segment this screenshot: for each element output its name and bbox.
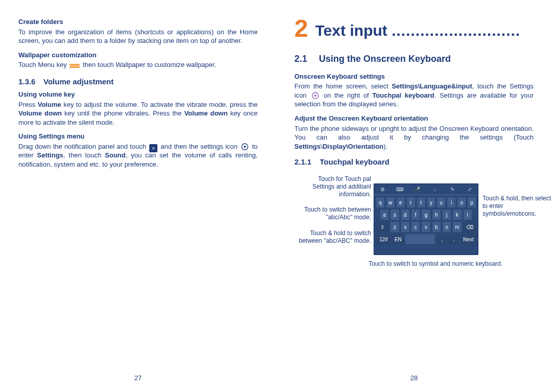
kb-key: r — [406, 197, 416, 208]
section-2-1-1: 2.1.1 Touchpal keyboard — [294, 157, 534, 167]
kb-key: d — [401, 209, 410, 220]
kb-key: k — [452, 209, 462, 220]
text: key until the phone vibrates. Press the — [62, 109, 184, 117]
chapter-heading: 2 Text input ........................... — [294, 16, 534, 41]
bold: Volume down — [18, 109, 62, 117]
kb-key: h — [432, 209, 441, 220]
kb-key: e — [396, 197, 405, 208]
kb-row-2: a s d f g h j k l — [376, 209, 476, 220]
bold: Settings — [294, 143, 320, 150]
bold: Touchpal keyboard — [372, 91, 434, 99]
kb-key: a — [380, 209, 389, 220]
kb-key-numeric: 12# — [376, 234, 392, 245]
text: From the home screen, select — [294, 82, 392, 90]
svg-point-3 — [314, 95, 316, 97]
text: Press — [18, 101, 38, 108]
gear-icon — [311, 91, 319, 100]
paragraph: Turn the phone sideways or upright to ad… — [294, 124, 534, 151]
kb-row-4: 12# EN , . Next — [376, 234, 476, 245]
section-1-3-6: 1.3.6 Volume adjustment — [18, 77, 258, 87]
keyboard-diagram: Touch for Touch pal Settings and additia… — [294, 174, 534, 287]
kb-key: o — [457, 197, 466, 208]
kb-key-period: . — [448, 234, 459, 245]
text: Touch Menu key — [18, 61, 68, 68]
kb-key: l — [463, 209, 472, 220]
toolbar-icon: ⤢ — [461, 183, 478, 195]
paragraph: From the home screen, select Settings\La… — [294, 82, 534, 109]
kb-key: v — [421, 221, 430, 233]
kb-key: y — [427, 197, 436, 208]
kb-key: w — [386, 197, 395, 208]
page-number: 28 — [276, 374, 552, 383]
page-27: Create folders To improve the organizati… — [0, 0, 276, 392]
kb-row-3: ⇧ z x c v b n m ⌫ — [376, 221, 476, 233]
section-number: 2.1 — [294, 54, 307, 64]
kb-key: n — [442, 221, 451, 233]
page-28: 2 Text input ...........................… — [276, 0, 552, 392]
text: then touch Wallpaper to customize wallpa… — [83, 61, 216, 68]
kb-key: z — [390, 221, 399, 233]
heading-using-volume-key: Using volume key — [18, 90, 258, 99]
section-title: Using the Onscreen Keyboard — [319, 54, 451, 64]
bold: Sound — [105, 151, 125, 159]
kb-key: b — [432, 221, 441, 233]
text: Text input — [315, 22, 387, 39]
section-number: 1.3.6 — [18, 77, 35, 86]
chapter-number: 2 — [294, 16, 308, 41]
section-title: Volume adjustment — [43, 77, 113, 86]
kb-key: f — [411, 209, 420, 220]
callout-symbols: Touch & hold, then select to enter symbo… — [482, 195, 552, 218]
toolbar-icon: ⚙ — [374, 183, 391, 195]
paragraph: To improve the organization of items (sh… — [18, 28, 258, 45]
kb-key-backspace: ⌫ — [463, 221, 476, 233]
text: key to adjust the volume. To activate th… — [61, 101, 258, 108]
leader-dots: ........................... — [392, 22, 520, 39]
text: , then touch — [63, 151, 105, 159]
section-number: 2.1.1 — [294, 157, 311, 166]
kb-key: c — [411, 221, 420, 233]
text: ). — [383, 143, 387, 150]
bold: Settings\Language&input — [392, 82, 472, 90]
kb-key: t — [417, 197, 426, 208]
kb-key-comma: , — [436, 234, 447, 245]
toolbar-icon: ⌨ — [391, 183, 408, 195]
toolbar-icon: ✎ — [444, 183, 461, 195]
page-number: 27 — [0, 374, 276, 383]
keyboard-keys: q w e r t y u i o p a s d — [374, 195, 478, 245]
chapter-title: Text input ........................... — [315, 16, 520, 41]
section-2-1: 2.1 Using the Onscreen Keyboard — [294, 53, 534, 65]
kb-key-space — [405, 234, 435, 245]
callout-numeric: Touch to switch to symbol and numeric ke… — [369, 260, 542, 268]
bold: Settings — [37, 151, 63, 159]
kb-key: j — [442, 209, 451, 220]
heading-create-folders: Create folders — [18, 17, 258, 27]
heading-wallpaper: Wallpaper customization — [18, 51, 258, 60]
bold: Display\Orientation — [323, 143, 383, 150]
document-spread: Create folders To improve the organizati… — [0, 0, 552, 392]
kb-key-lang: EN — [393, 234, 403, 245]
gear-icon — [241, 143, 249, 151]
kb-key: x — [401, 221, 410, 233]
notification-panel-icon: ≡ — [149, 144, 157, 152]
toolbar-icon: 🎤 — [408, 183, 426, 195]
kb-row-1: q w e r t y u i o p — [376, 197, 476, 208]
kb-key-shift: ⇧ — [376, 221, 389, 233]
heading-osk-settings: Onscreen Keyboard settings — [294, 72, 534, 81]
text: Drag down the notification panel and tou… — [18, 143, 148, 150]
text: on the right of — [324, 91, 372, 99]
text: and then the settings icon — [160, 143, 240, 150]
keyboard-toolbar: ⚙ ⌨ 🎤 ↓ ✎ ⤢ — [374, 183, 478, 195]
bold: Volume down — [184, 109, 227, 117]
kb-key: m — [452, 221, 462, 233]
kb-key: s — [390, 209, 399, 220]
heading-orientation: Adjust the Onscreen Keyboard orientation — [294, 114, 534, 123]
paragraph: Press Volume key to adjust the volume. T… — [18, 100, 258, 127]
toolbar-icon: ↓ — [426, 183, 444, 195]
text: Turn the phone sideways or upright to ad… — [294, 125, 534, 142]
paragraph: Drag down the notification panel and tou… — [18, 142, 258, 169]
kb-key: q — [376, 197, 385, 208]
callout-settings-info: Touch for Touch pal Settings and additia… — [294, 175, 371, 198]
callout-abc-hold: Touch & hold to switch between "abc/ABC"… — [294, 229, 371, 245]
callout-abc-switch: Touch to switch between "abc/Abc" mode; — [294, 206, 371, 221]
heading-using-settings-menu: Using Settings menu — [18, 132, 258, 141]
